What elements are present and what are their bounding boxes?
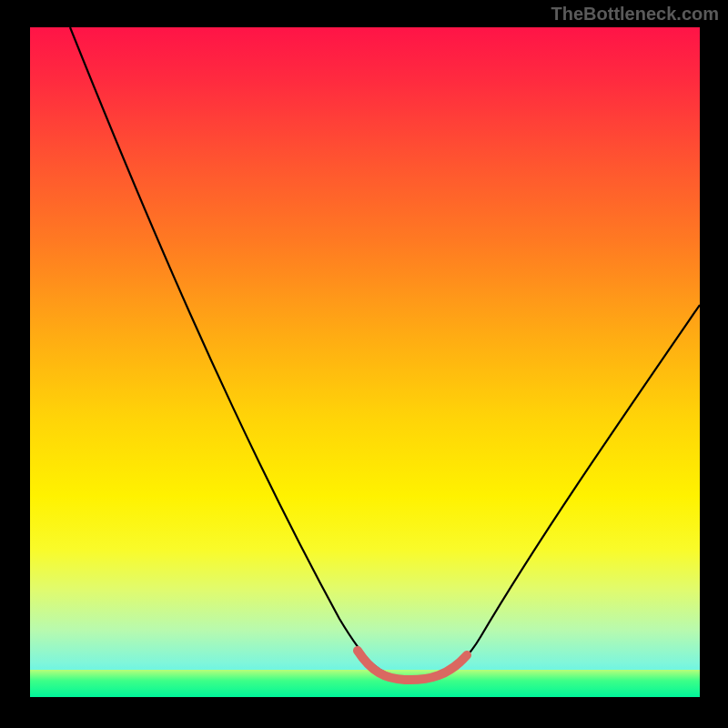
curve-svg bbox=[30, 27, 700, 697]
watermark-text: TheBottleneck.com bbox=[551, 4, 719, 25]
minimum-highlight bbox=[358, 651, 467, 680]
plot-area bbox=[30, 27, 700, 697]
bottleneck-curve-line bbox=[70, 27, 700, 679]
chart-container: TheBottleneck.com bbox=[0, 0, 728, 728]
